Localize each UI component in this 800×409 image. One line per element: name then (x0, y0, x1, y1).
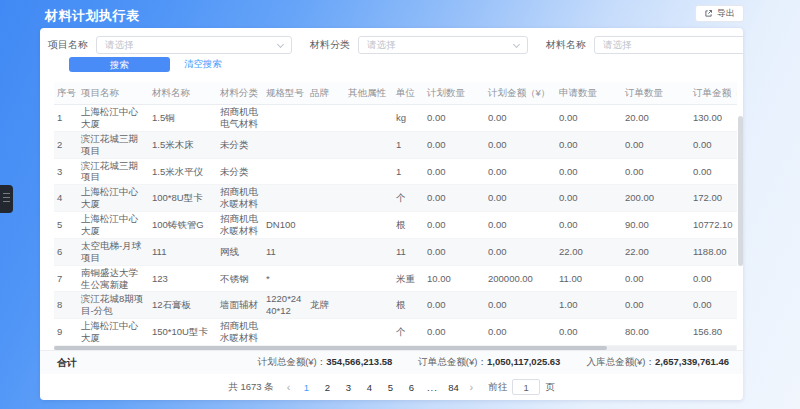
table-cell (345, 331, 393, 333)
clear-search-link[interactable]: 清空搜索 (184, 58, 222, 71)
table-cell: 滨江花城8期项目-分包 (78, 292, 149, 318)
horizontal-scrollbar-thumb[interactable] (54, 346, 607, 350)
filter-select[interactable]: 请选择 (358, 36, 528, 54)
table-cell: 0.00 (556, 165, 622, 179)
table-cell (345, 197, 393, 199)
export-button[interactable]: 导出 (695, 5, 744, 22)
table-cell: 22.00 (556, 245, 622, 259)
summary-total-label: 合计 (57, 356, 77, 370)
filter-section: 项目名称请选择材料分类请选择材料名称请选择 搜索 清空搜索 (40, 28, 743, 82)
table-cell (345, 278, 393, 280)
page-number[interactable]: 4 (362, 382, 376, 393)
table-cell (345, 304, 393, 306)
table-cell: 0.00 (485, 325, 556, 339)
table-cell: 20.00 (622, 111, 690, 125)
table-cell (307, 170, 345, 172)
table-cell: 10.00 (424, 272, 485, 286)
export-label: 导出 (717, 7, 735, 20)
vertical-scrollbar-thumb[interactable] (738, 116, 743, 266)
table-cell: 0.00 (424, 325, 485, 339)
goto-page-input[interactable] (512, 379, 540, 395)
page-number[interactable]: 1 (299, 382, 313, 393)
table-cell: 墙面辅材 (217, 298, 263, 312)
table-cell: 上海松江中心大厦 (78, 212, 149, 238)
table-row: 8滨江花城8期项目-分包12石膏板墙面辅材1220*2440*12龙牌根0.00… (54, 292, 737, 319)
horizontal-scrollbar[interactable] (54, 346, 737, 350)
summary-item-label: 计划总金额(¥)： (258, 356, 327, 367)
page-number[interactable]: 5 (383, 382, 397, 393)
table-cell: 111 (149, 245, 217, 259)
table-cell: * (263, 272, 307, 286)
table-cell: 0.00 (690, 272, 737, 286)
select-placeholder: 请选择 (603, 39, 632, 52)
table-cell: 根 (393, 218, 424, 232)
table-cell: 0.00 (424, 111, 485, 125)
pagination-pages: 123456...84 (299, 382, 460, 393)
table-cell: 1188.00 (690, 245, 737, 259)
filter-label: 项目名称 (48, 38, 88, 52)
search-button[interactable]: 搜索 (69, 57, 170, 72)
table-cell (307, 278, 345, 280)
filter-select[interactable]: 请选择 (96, 36, 292, 54)
table-cell (307, 224, 345, 226)
next-page-icon[interactable]: › (467, 382, 475, 393)
column-header: 材料名称 (149, 87, 217, 100)
table-body: 1上海松江中心大厦1.5铜招商机电 电气材料kg0.000.000.0020.0… (54, 105, 737, 346)
column-header: 序号 (54, 87, 78, 100)
table-cell: 0.00 (485, 218, 556, 232)
filter-select[interactable]: 请选择 (594, 36, 743, 54)
table-cell: 4 (54, 191, 78, 205)
filter-group: 材料名称请选择 (546, 36, 743, 54)
table-cell: 8 (54, 298, 78, 312)
vertical-scrollbar[interactable] (738, 108, 743, 338)
column-header: 规格型号 (263, 87, 307, 100)
page-number[interactable]: 84 (446, 382, 460, 393)
table-cell: 123 (149, 272, 217, 286)
goto-label: 前往 (488, 381, 507, 394)
table-cell: 上海松江中心大厦 (78, 319, 149, 345)
table-cell: 招商机电 水暖材料 (217, 185, 263, 211)
prev-page-icon[interactable]: ‹ (285, 382, 293, 393)
table-cell: 12石膏板 (149, 298, 217, 312)
table-cell: 1.00 (556, 298, 622, 312)
page-number[interactable]: 6 (404, 382, 418, 393)
table-cell: 0.00 (424, 245, 485, 259)
page-number[interactable]: 3 (341, 382, 355, 393)
goto-page: 前往 页 (488, 379, 555, 395)
table-cell: 0.00 (424, 191, 485, 205)
column-header: 订单数量 (622, 87, 690, 100)
column-header: 计划金额（¥） (485, 87, 556, 100)
filter-label: 材料名称 (546, 38, 586, 52)
summary-item: 订单总金额(¥)：1,050,117,025.63 (418, 356, 560, 369)
table-cell: DN100 (263, 218, 307, 232)
table-cell: 根 (393, 298, 424, 312)
side-drawer-handle[interactable] (0, 185, 13, 213)
table-cell: 11.00 (556, 272, 622, 286)
table-cell: 0.00 (424, 138, 485, 152)
table-cell: 招商机电 水暖材料 (217, 212, 263, 238)
page-title: 材料计划执行表 (45, 7, 140, 25)
page-number[interactable]: 2 (320, 382, 334, 393)
table-cell: 1.5米水平仪 (149, 165, 217, 179)
summary-item-value: 354,566,213.58 (326, 356, 392, 367)
table-cell (307, 144, 345, 146)
summary-item-label: 订单总金额(¥)： (418, 356, 487, 367)
table-cell: 80.00 (622, 325, 690, 339)
table-cell: 0.00 (622, 138, 690, 152)
table-row: 3滨江花城三期项目1.5米水平仪未分类10.000.000.000.000.00 (54, 159, 737, 186)
table-cell: 0.00 (485, 138, 556, 152)
table-cell: 个 (393, 325, 424, 339)
table-row: 6太空电梯-月球项目111网线11110.000.0022.0022.00118… (54, 239, 737, 266)
table-cell: 上海松江中心大厦 (78, 105, 149, 131)
table-cell (345, 170, 393, 172)
table-cell: 0.00 (622, 165, 690, 179)
column-header: 其他属性 (345, 87, 393, 100)
table-cell: 90.00 (622, 218, 690, 232)
table-cell (307, 117, 345, 119)
table-cell: 0.00 (485, 245, 556, 259)
table-cell: 2 (54, 138, 78, 152)
pagination: 共 1673 条 ‹ 123456...84 › 前往 页 (40, 374, 743, 400)
table-cell: 未分类 (217, 138, 263, 152)
summary-item-value: 1,050,117,025.63 (487, 356, 560, 367)
table-cell: 招商机电 水暖材料 (217, 319, 263, 345)
